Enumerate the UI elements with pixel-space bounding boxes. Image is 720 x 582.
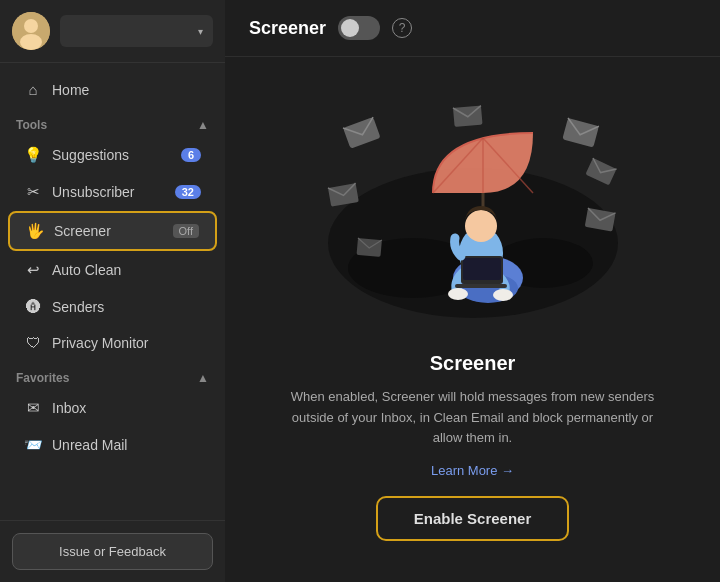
sidebar-item-suggestions-label: Suggestions (52, 147, 171, 163)
favorites-chevron-icon[interactable]: ▲ (197, 371, 209, 385)
senders-icon: 🅐 (24, 298, 42, 315)
help-icon[interactable]: ? (392, 18, 412, 38)
screener-description: When enabled, Screener will hold message… (283, 387, 663, 449)
issue-feedback-button[interactable]: Issue or Feedback (12, 533, 213, 570)
svg-rect-6 (343, 117, 381, 149)
unsubscriber-badge: 32 (175, 185, 201, 199)
inbox-icon: ✉ (24, 399, 42, 417)
sidebar-item-auto-clean[interactable]: ↩ Auto Clean (8, 252, 217, 288)
sidebar-item-privacy-monitor-label: Privacy Monitor (52, 335, 201, 351)
sidebar-footer: Issue or Feedback (0, 520, 225, 582)
svg-rect-8 (585, 158, 616, 185)
tools-section-label: Tools (16, 118, 47, 132)
sidebar-header: ▾ (0, 0, 225, 63)
unsubscriber-icon: ✂ (24, 183, 42, 201)
screener-off-badge: Off (173, 224, 199, 238)
sidebar-item-suggestions[interactable]: 💡 Suggestions 6 (8, 137, 217, 173)
avatar[interactable] (12, 12, 50, 50)
sidebar-item-screener-label: Screener (54, 223, 163, 239)
tools-chevron-icon[interactable]: ▲ (197, 118, 209, 132)
screener-toggle[interactable] (338, 16, 380, 40)
favorites-section-label: Favorites (16, 371, 69, 385)
learn-more-link[interactable]: Learn More → (431, 463, 514, 478)
sidebar-item-home-label: Home (52, 82, 201, 98)
screener-icon: 🖐 (26, 222, 44, 240)
toggle-container (338, 16, 380, 40)
svg-point-2 (20, 34, 42, 50)
chevron-down-icon: ▾ (198, 26, 203, 37)
svg-point-21 (493, 289, 513, 301)
favorites-section-header: Favorites ▲ (0, 361, 225, 389)
sidebar-item-senders[interactable]: 🅐 Senders (8, 289, 217, 324)
sidebar-nav: ⌂ Home Tools ▲ 💡 Suggestions 6 ✂ Unsubsc… (0, 63, 225, 520)
auto-clean-icon: ↩ (24, 261, 42, 279)
enable-screener-button[interactable]: Enable Screener (376, 496, 570, 541)
svg-rect-25 (455, 284, 507, 288)
sidebar-item-unsubscriber[interactable]: ✂ Unsubscriber 32 (8, 174, 217, 210)
page-title: Screener (249, 18, 326, 39)
sidebar-item-unsubscriber-label: Unsubscriber (52, 184, 165, 200)
sidebar-item-inbox[interactable]: ✉ Inbox (8, 390, 217, 426)
privacy-monitor-icon: 🛡 (24, 334, 42, 351)
main-body: Screener When enabled, Screener will hol… (225, 57, 720, 582)
sidebar-item-auto-clean-label: Auto Clean (52, 262, 201, 278)
unread-mail-icon: 📨 (24, 436, 42, 454)
sidebar: ▾ ⌂ Home Tools ▲ 💡 Suggestions 6 ✂ Unsub… (0, 0, 225, 582)
svg-rect-7 (562, 118, 599, 148)
sidebar-item-senders-label: Senders (52, 299, 201, 315)
sidebar-item-unread-mail[interactable]: 📨 Unread Mail (8, 427, 217, 463)
svg-rect-24 (463, 258, 501, 280)
sidebar-item-unread-mail-label: Unread Mail (52, 437, 201, 453)
home-icon: ⌂ (24, 81, 42, 98)
suggestions-badge: 6 (181, 148, 201, 162)
account-selector[interactable]: ▾ (60, 15, 213, 47)
screener-illustration (313, 98, 633, 328)
sidebar-item-inbox-label: Inbox (52, 400, 201, 416)
main-content: Screener ? (225, 0, 720, 582)
suggestions-icon: 💡 (24, 146, 42, 164)
screener-feature-title: Screener (430, 352, 516, 375)
svg-point-1 (24, 19, 38, 33)
sidebar-item-privacy-monitor[interactable]: 🛡 Privacy Monitor (8, 325, 217, 360)
svg-point-20 (448, 288, 468, 300)
sidebar-item-screener[interactable]: 🖐 Screener Off (8, 211, 217, 251)
svg-point-22 (465, 210, 497, 242)
tools-section-header: Tools ▲ (0, 108, 225, 136)
sidebar-item-home[interactable]: ⌂ Home (8, 72, 217, 107)
main-header: Screener ? (225, 0, 720, 57)
